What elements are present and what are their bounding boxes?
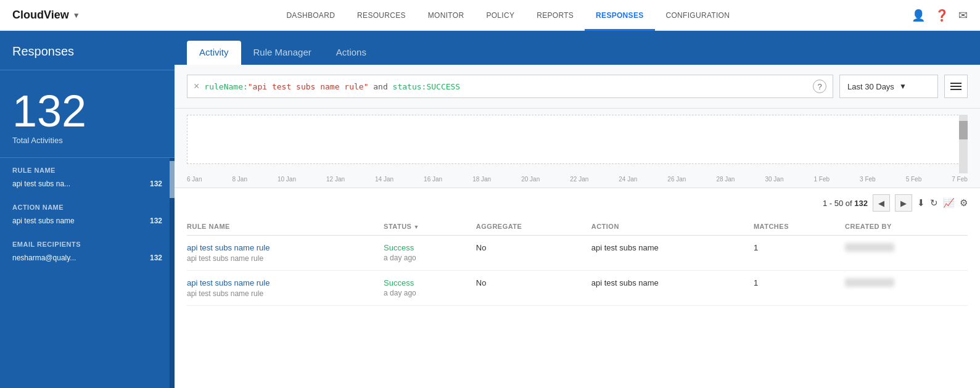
tab-activity[interactable]: Activity [187, 41, 241, 65]
nav-links: DASHBOARDRESOURCESMONITORPOLICYREPORTSRE… [105, 0, 912, 31]
next-page-button[interactable]: ▶ [895, 194, 912, 212]
help-icon[interactable]: ❓ [935, 9, 949, 22]
nav-link-responses[interactable]: RESPONSES [585, 0, 654, 31]
date-picker-chevron: ▼ [899, 82, 907, 91]
data-table: RULE NAMESTATUS▼AGGREGATEACTIONMATCHESCR… [187, 218, 968, 306]
sort-icon: ▼ [413, 224, 419, 230]
sidebar-filter-section-title: ACTION NAME [12, 204, 162, 211]
status-success-label: Success [384, 243, 470, 252]
pagination-info: 1 - 50 of 132 [823, 199, 868, 208]
sidebar-filter-section-title: RULE NAME [12, 167, 162, 174]
refresh-icon[interactable]: ↻ [930, 197, 938, 208]
date-picker[interactable]: Last 30 Days ▼ [839, 75, 938, 98]
created-by-blurred [845, 243, 894, 252]
chart-axis: 6 Jan8 Jan10 Jan12 Jan14 Jan16 Jan18 Jan… [187, 173, 968, 188]
table-row[interactable]: api test subs name ruleapi test subs nam… [187, 236, 968, 271]
sidebar-filter-section: RULE NAMEapi test subs na...132 [0, 158, 175, 195]
filter-bar: × ruleName:"api test subs name rule" and… [175, 65, 980, 109]
table-col-header[interactable]: STATUS▼ [384, 218, 476, 236]
chart-scrollbar[interactable] [959, 115, 968, 173]
settings-icon[interactable]: ⚙ [960, 197, 968, 208]
table-cell-aggregate: No [476, 271, 591, 306]
prev-page-button[interactable]: ◀ [873, 194, 890, 212]
rule-name-link[interactable]: api test subs name rule [187, 243, 377, 252]
nav-link-monitor[interactable]: MONITOR [417, 0, 476, 31]
download-icon[interactable]: ⬇ [917, 197, 925, 208]
table-body: api test subs name ruleapi test subs nam… [187, 236, 968, 306]
sidebar-filter-item-name: nesharma@qualy... [12, 254, 76, 262]
chart-area: 6 Jan8 Jan10 Jan12 Jan14 Jan16 Jan18 Jan… [175, 109, 980, 188]
chart-axis-label: 10 Jan [278, 176, 296, 183]
chart-inner [187, 115, 968, 164]
search-clear-icon[interactable]: × [194, 81, 199, 92]
chart-axis-label: 24 Jan [619, 176, 637, 183]
chart-toggle-icon[interactable]: 📈 [943, 197, 955, 208]
mail-icon[interactable]: ✉ [958, 9, 968, 22]
search-help-icon[interactable]: ? [813, 80, 826, 93]
status-time: a day ago [384, 254, 470, 262]
nav-link-configuration[interactable]: CONFIGURATION [655, 0, 741, 31]
table-header-bar: 1 - 50 of 132 ◀ ▶ ⬇ ↻ 📈 ⚙ [187, 188, 968, 218]
brand-chevron: ▼ [73, 11, 80, 20]
sidebar-filter-item-name: api test subs na... [12, 180, 70, 188]
nav-link-dashboard[interactable]: DASHBOARD [275, 0, 346, 31]
rule-name-sub: api test subs name rule [187, 289, 263, 298]
nav-link-policy[interactable]: POLICY [475, 0, 525, 31]
table-cell-status: Successa day ago [384, 236, 476, 271]
chart-axis-label: 5 Feb [906, 176, 922, 183]
hamburger-line-2 [950, 86, 961, 87]
sidebar-filter-item-name: api test subs name [12, 217, 75, 225]
chart-axis-label: 28 Jan [716, 176, 735, 183]
rule-name-sub: api test subs name rule [187, 254, 263, 263]
query-rule-value: "api test subs name rule" [248, 82, 369, 91]
table-cell-status: Successa day ago [384, 271, 476, 306]
table-cell-created-by [845, 236, 968, 271]
nav-icons: 👤 ❓ ✉ [912, 9, 968, 22]
created-by-blurred [845, 278, 894, 287]
chart-axis-label: 30 Jan [765, 176, 783, 183]
chart-axis-label: 7 Feb [952, 176, 968, 183]
pagination-start: 1 [823, 199, 827, 208]
sidebar-filter-item-count: 132 [150, 217, 162, 225]
table-cell-created-by [845, 271, 968, 306]
table-row[interactable]: api test subs name ruleapi test subs nam… [187, 271, 968, 306]
rule-name-link[interactable]: api test subs name rule [187, 278, 377, 287]
top-nav: CloudView ▼ DASHBOARDRESOURCESMONITORPOL… [0, 0, 980, 31]
chart-axis-label: 14 Jan [375, 176, 393, 183]
nav-link-resources[interactable]: RESOURCES [346, 0, 417, 31]
hamburger-line-3 [950, 89, 961, 90]
status-time: a day ago [384, 289, 470, 297]
sidebar-filter-item[interactable]: api test subs na...132 [12, 178, 162, 190]
nav-link-reports[interactable]: REPORTS [525, 0, 585, 31]
user-icon[interactable]: 👤 [912, 9, 925, 22]
sidebar-filter-item[interactable]: api test subs name132 [12, 215, 162, 227]
sidebar-count-label: Total Activities [12, 136, 162, 145]
table-head: RULE NAMESTATUS▼AGGREGATEACTIONMATCHESCR… [187, 218, 968, 236]
tab-bar: ActivityRule ManagerActions [175, 31, 980, 65]
tab-rule-manager[interactable]: Rule Manager [241, 41, 324, 65]
sidebar-filter-section: EMAIL RECIPIENTSnesharma@qualy...132 [0, 232, 175, 269]
left-sidebar: Responses 132 Total Activities RULE NAME… [0, 31, 175, 388]
brand-logo[interactable]: CloudView ▼ [12, 9, 80, 22]
pagination-end: 50 [834, 199, 843, 208]
chart-axis-label: 22 Jan [570, 176, 588, 183]
chart-axis-label: 26 Jan [667, 176, 686, 183]
table-cell-action: api test subs name [591, 236, 754, 271]
pagination-of: of [846, 199, 852, 208]
table-col-header: CREATED BY [845, 218, 968, 236]
search-query-display[interactable]: ruleName:"api test subs name rule" and s… [204, 82, 808, 91]
date-picker-label: Last 30 Days [847, 82, 894, 91]
search-box: × ruleName:"api test subs name rule" and… [187, 75, 833, 98]
sidebar-scrollbar[interactable] [170, 158, 175, 388]
table-area: 1 - 50 of 132 ◀ ▶ ⬇ ↻ 📈 ⚙ RULE NAMESTATU… [175, 188, 980, 388]
sidebar-filter-section: ACTION NAMEapi test subs name132 [0, 195, 175, 232]
main-layout: Responses 132 Total Activities RULE NAME… [0, 31, 980, 388]
sidebar-filter-item[interactable]: nesharma@qualy...132 [12, 252, 162, 264]
table-cell-action: api test subs name [591, 271, 754, 306]
sidebar-filter-section-title: EMAIL RECIPIENTS [12, 241, 162, 248]
tab-actions[interactable]: Actions [324, 41, 379, 65]
chart-axis-label: 8 Jan [232, 176, 247, 183]
hamburger-menu-button[interactable] [944, 75, 968, 98]
table-col-header: AGGREGATE [476, 218, 591, 236]
sidebar-filter-item-count: 132 [150, 180, 162, 188]
